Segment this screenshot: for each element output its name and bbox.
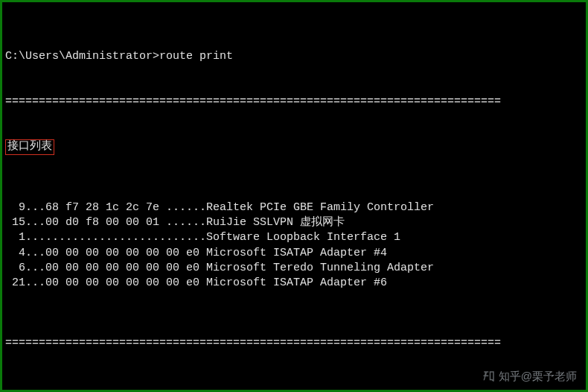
zhihu-icon xyxy=(482,370,496,383)
command-prompt: C:\Users\Administrator>route print xyxy=(5,49,583,64)
terminal-window[interactable]: C:\Users\Administrator>route print =====… xyxy=(0,0,588,392)
iface-entry: 1...........................Software Loo… xyxy=(5,230,583,245)
watermark: 知乎@栗予老师 xyxy=(482,369,577,384)
iface-entry: 21...00 00 00 00 00 00 00 e0 Microsoft I… xyxy=(5,276,583,291)
iface-entry: 15...00 d0 f8 00 00 01 ......RuiJie SSLV… xyxy=(5,215,583,230)
iface-entry: 6...00 00 00 00 00 00 00 e0 Microsoft Te… xyxy=(5,261,583,276)
separator: ========================================… xyxy=(5,336,583,351)
separator: ========================================… xyxy=(5,95,583,110)
watermark-text: 知乎@栗予老师 xyxy=(499,369,577,384)
iface-list-title: 接口列表 xyxy=(5,139,54,155)
iface-entry: 9...68 f7 28 1c 2c 7e ......Realtek PCIe… xyxy=(5,200,583,215)
iface-entry: 4...00 00 00 00 00 00 00 e0 Microsoft IS… xyxy=(5,246,583,261)
